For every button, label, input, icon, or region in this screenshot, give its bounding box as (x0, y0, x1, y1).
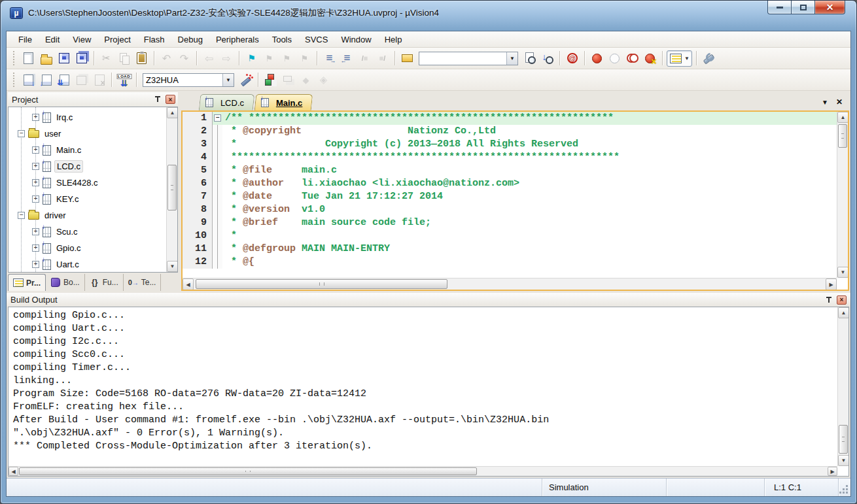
save-all-button[interactable] (73, 50, 90, 67)
tree-item-Irq.c[interactable]: +Irq.c (9, 109, 177, 126)
scroll-thumb[interactable] (838, 124, 847, 148)
expand-plus-icon[interactable]: + (32, 261, 39, 268)
debug-session-button[interactable] (564, 50, 580, 67)
menu-view[interactable]: View (66, 33, 97, 46)
panel-tab-books[interactable]: Bo... (46, 274, 85, 291)
redo-button[interactable] (176, 50, 192, 67)
code-line-7[interactable]: 7 * @date Tue Jan 21 17:12:27 2014 (183, 190, 837, 203)
close-document-icon[interactable] (836, 97, 843, 107)
fold-margin[interactable] (213, 229, 222, 243)
bookmark-clear-button[interactable] (296, 50, 313, 67)
pin-icon[interactable] (825, 295, 833, 305)
minimize-button[interactable] (767, 1, 792, 14)
menu-edit[interactable]: Edit (39, 33, 66, 46)
window-views-button[interactable] (667, 50, 692, 67)
scroll-down-icon[interactable] (167, 261, 178, 272)
scroll-right-icon[interactable] (828, 467, 837, 476)
target-select-input[interactable] (143, 75, 222, 86)
fold-margin[interactable] (213, 138, 222, 151)
panel-tab-project[interactable]: Pr... (8, 274, 46, 291)
fold-margin[interactable] (213, 151, 222, 164)
build-output-content[interactable]: compiling Gpio.c...compiling Uart.c...co… (8, 307, 849, 477)
scroll-thumb[interactable] (196, 279, 447, 289)
menu-debug[interactable]: Debug (171, 33, 209, 46)
copy-button[interactable] (116, 50, 132, 67)
menu-tools[interactable]: Tools (266, 33, 298, 46)
unindent-button[interactable] (339, 50, 355, 67)
manage-rte-button[interactable] (262, 72, 279, 88)
expand-minus-icon[interactable]: − (18, 212, 25, 219)
scroll-up-icon[interactable] (167, 107, 178, 118)
close-button[interactable] (814, 1, 845, 14)
build-button[interactable] (38, 72, 54, 88)
fold-margin[interactable] (213, 190, 222, 203)
scroll-left-icon[interactable] (9, 467, 18, 476)
expand-plus-icon[interactable]: + (32, 244, 39, 252)
scroll-up-icon[interactable] (837, 112, 848, 123)
incremental-find-button[interactable] (539, 50, 555, 67)
pin-icon[interactable] (154, 95, 162, 104)
paste-button[interactable] (133, 50, 150, 67)
code-line-3[interactable]: 3 * Copyright (c) 2013—2018 All Rights R… (183, 138, 837, 151)
expand-plus-icon[interactable]: + (32, 146, 39, 154)
fold-collapse-icon[interactable]: − (214, 114, 221, 122)
build-output-close-button[interactable] (837, 295, 847, 305)
new-file-button[interactable] (20, 50, 37, 67)
tab-list-dropdown-icon[interactable] (822, 99, 828, 106)
build-output-vscrollbar[interactable] (837, 307, 848, 466)
scroll-right-icon[interactable] (826, 278, 837, 290)
bookmark-button[interactable] (243, 50, 260, 67)
multi-project-button[interactable] (280, 72, 296, 88)
scroll-thumb[interactable] (839, 425, 848, 454)
editor-tab-Main.c[interactable]: Main.c (254, 94, 313, 110)
target-select-dropdown-button[interactable] (222, 74, 234, 86)
batch-build-button[interactable] (73, 72, 90, 88)
find-in-files-button[interactable] (399, 50, 415, 67)
search-combobox-dropdown-button[interactable] (506, 52, 517, 65)
title-bar[interactable]: C:\Users\StephenJoosten\Desktop\Part2-Z3… (1, 1, 856, 31)
code-line-9[interactable]: 9 * @brief main source code file; (183, 216, 837, 229)
code-line-8[interactable]: 8 * @version v1.0 (183, 203, 837, 216)
code-line-10[interactable]: 10 * (183, 229, 837, 243)
code-line-2[interactable]: 2 * @copyright Nationz Co.,Ltd (183, 125, 837, 138)
code-line-1[interactable]: 1−/** **********************************… (183, 112, 837, 125)
editor-vscrollbar[interactable] (837, 112, 848, 278)
build-output-hscrollbar[interactable] (9, 466, 837, 476)
nav-forward-button[interactable] (219, 50, 235, 67)
fold-margin[interactable] (213, 125, 222, 138)
expand-minus-icon[interactable]: − (18, 130, 25, 137)
code-editor[interactable]: 1−/** **********************************… (181, 110, 849, 291)
open-file-button[interactable] (38, 50, 54, 67)
menu-project[interactable]: Project (97, 33, 137, 46)
project-tree-scrollbar[interactable] (166, 107, 177, 272)
panel-tab-templates[interactable]: Te... (124, 274, 162, 291)
menu-svcs[interactable]: SVCS (298, 33, 334, 46)
rebuild-button[interactable] (56, 72, 72, 88)
expand-plus-icon[interactable]: + (32, 228, 39, 235)
menu-file[interactable]: File (12, 33, 39, 46)
tree-item-LCD.c[interactable]: +LCD.c (9, 158, 177, 175)
toolbar-grip[interactable] (13, 73, 16, 87)
editor-hscrollbar[interactable] (183, 278, 837, 290)
editor-tab-LCD.c[interactable]: LCD.c (199, 94, 255, 110)
search-combobox[interactable] (419, 52, 518, 65)
disable-breakpoint-button[interactable] (606, 50, 623, 67)
panel-tab-functions[interactable]: Fu... (85, 274, 124, 291)
fold-margin[interactable] (213, 256, 222, 269)
scroll-down-icon[interactable] (837, 267, 848, 278)
tree-item-Gpio.c[interactable]: +Gpio.c (9, 240, 177, 256)
fold-margin[interactable] (213, 243, 222, 256)
code-lines[interactable]: 1−/** **********************************… (183, 112, 837, 278)
cut-button[interactable] (98, 50, 114, 67)
undo-button[interactable] (158, 50, 175, 67)
tree-item-Uart.c[interactable]: +Uart.c (9, 256, 177, 273)
insert-breakpoint-button[interactable] (589, 50, 605, 67)
tree-item-Main.c[interactable]: +Main.c (9, 142, 177, 158)
code-line-12[interactable]: 12 * @{ (183, 256, 837, 269)
disable-all-breakpoints-button[interactable] (624, 50, 640, 67)
kill-all-breakpoints-button[interactable] (642, 50, 658, 67)
search-combobox-input[interactable] (419, 53, 506, 64)
comment-button[interactable] (357, 50, 373, 67)
nav-back-button[interactable] (201, 50, 217, 67)
maximize-button[interactable] (792, 1, 814, 14)
